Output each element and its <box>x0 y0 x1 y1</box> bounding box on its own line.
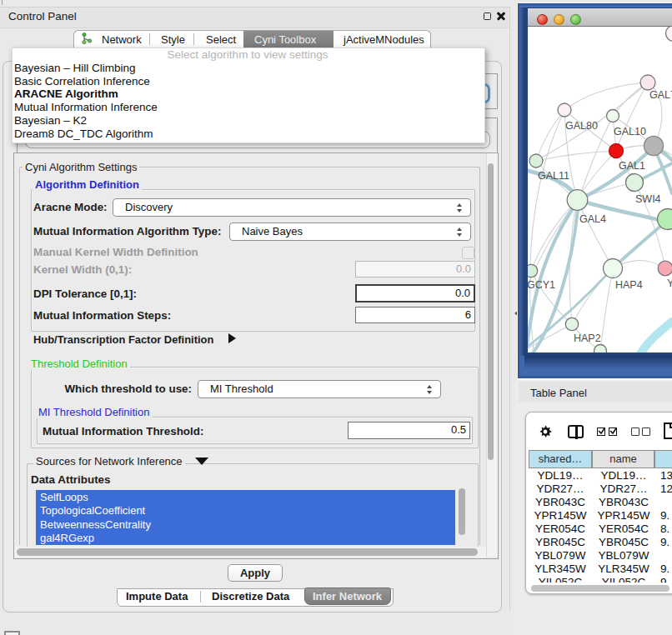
svg-text:GAL80: GAL80 <box>565 120 598 132</box>
svg-text:GAL7: GAL7 <box>649 89 672 101</box>
svg-text:GAL4: GAL4 <box>579 213 606 225</box>
svg-text:GCY1: GCY1 <box>528 279 555 291</box>
svg-text:GAL1: GAL1 <box>619 160 645 172</box>
svg-text:HAP4: HAP4 <box>615 279 643 291</box>
svg-text:Y: Y <box>667 278 672 289</box>
svg-text:GAL11: GAL11 <box>538 170 569 182</box>
svg-text:SWI4: SWI4 <box>635 193 661 205</box>
svg-text:GAL10: GAL10 <box>614 126 646 138</box>
svg-text:HAP2: HAP2 <box>574 332 601 344</box>
